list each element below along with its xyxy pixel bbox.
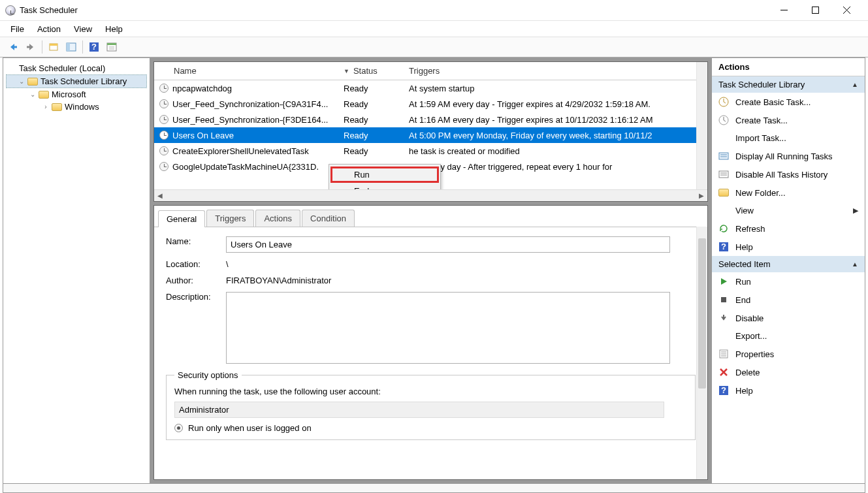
tree-microsoft[interactable]: ⌄ Microsoft	[6, 88, 147, 101]
context-end[interactable]: End	[330, 183, 439, 189]
task-row[interactable]: npcapwatchdog Ready At system startup	[154, 80, 707, 96]
action-new-folder[interactable]: New Folder...	[712, 183, 865, 202]
scroll-right-icon[interactable]: ▶	[696, 192, 707, 199]
action-disable-history[interactable]: Disable All Tasks History	[712, 165, 865, 183]
actions-selected-title[interactable]: Selected Item ▲	[712, 256, 865, 272]
action-run[interactable]: Run	[712, 272, 865, 291]
minimize-button[interactable]	[774, 4, 794, 17]
tab-triggers[interactable]: Triggers	[206, 210, 254, 227]
action-display-running[interactable]: Display All Running Tasks	[712, 147, 865, 165]
menu-file[interactable]: File	[4, 22, 31, 36]
run-icon	[718, 276, 729, 287]
task-row[interactable]: User_Feed_Synchronization-{F3DE164... Re…	[154, 112, 707, 127]
column-triggers[interactable]: Triggers	[402, 62, 707, 80]
properties-icon[interactable]	[46, 39, 61, 55]
action-label: Run	[735, 277, 751, 287]
details-vscroll[interactable]	[696, 227, 707, 479]
column-name-label: Name	[174, 66, 197, 76]
tree-windows[interactable]: › Windows	[6, 101, 147, 113]
menu-help[interactable]: Help	[99, 22, 129, 36]
collapse-icon: ▲	[852, 81, 858, 88]
name-field[interactable]	[226, 236, 670, 253]
task-list-hscroll[interactable]: ◀ ▶	[154, 189, 707, 201]
task-status: Ready	[337, 129, 402, 142]
help-icon[interactable]: ?	[86, 39, 102, 55]
column-status[interactable]: ▼Status	[337, 62, 402, 80]
tree-microsoft-label: Microsoft	[52, 89, 86, 99]
description-field[interactable]	[226, 292, 670, 364]
maximize-button[interactable]	[805, 4, 825, 17]
expander-icon[interactable]: ⌄	[18, 78, 25, 85]
forward-button[interactable]	[23, 39, 39, 55]
task-row[interactable]: User_Feed_Synchronization-{C9A31F4... Re…	[154, 96, 707, 112]
tree-library-label: Task Scheduler Library	[40, 76, 127, 86]
action-label: Display All Running Tasks	[735, 151, 833, 161]
action-create-basic-task[interactable]: Create Basic Task...	[712, 93, 865, 111]
new-folder-icon	[718, 187, 729, 198]
action-end[interactable]: End	[712, 291, 865, 309]
menu-view[interactable]: View	[67, 22, 99, 36]
close-button[interactable]	[837, 4, 856, 17]
scroll-left-icon[interactable]: ◀	[154, 192, 166, 199]
action-properties[interactable]: Properties	[712, 345, 865, 363]
radio-loggedon[interactable]: Run only when user is logged on	[174, 423, 687, 433]
column-status-label: Status	[353, 66, 378, 76]
context-run[interactable]: Run	[330, 167, 439, 183]
action-label: Disable	[735, 313, 764, 323]
svg-text:?: ?	[721, 242, 726, 251]
task-row-selected[interactable]: Users On Leave Ready At 5:00 PM every Mo…	[154, 127, 707, 143]
action-create-task[interactable]: Create Task...	[712, 111, 865, 129]
task-name: Users On Leave	[172, 131, 234, 140]
action-delete[interactable]: Delete	[712, 363, 865, 381]
folder-icon	[39, 91, 49, 99]
expander-icon[interactable]: ›	[42, 103, 49, 110]
expander-icon[interactable]: ⌄	[29, 91, 36, 98]
tree-root[interactable]: Task Scheduler (Local)	[6, 62, 147, 74]
actions-library-title[interactable]: Task Scheduler Library ▲	[712, 76, 865, 93]
tree-root-label: Task Scheduler (Local)	[19, 63, 105, 73]
action-label: Import Task...	[735, 133, 786, 143]
svg-rect-18	[719, 153, 728, 159]
folder-icon	[52, 103, 62, 111]
tab-general[interactable]: General	[158, 210, 205, 227]
calendar-icon[interactable]	[104, 39, 120, 55]
task-icon	[718, 115, 729, 125]
task-triggers: PM every day - After triggered, repeat e…	[402, 160, 707, 174]
task-row[interactable]: CreateExplorerShellUnelevatedTask Ready …	[154, 143, 707, 159]
tab-actions[interactable]: Actions	[255, 210, 300, 227]
security-legend: Security options	[174, 370, 242, 380]
view-icon[interactable]	[63, 39, 79, 55]
description-label: Description:	[166, 292, 226, 364]
action-export[interactable]: Export...	[712, 327, 865, 345]
task-list-vscroll[interactable]	[696, 62, 707, 189]
actions-selected-label: Selected Item	[718, 259, 771, 269]
submenu-arrow-icon: ▶	[853, 206, 858, 215]
action-label: Export...	[735, 331, 767, 341]
properties-icon	[718, 349, 729, 359]
help-icon: ?	[718, 385, 729, 396]
action-import-task[interactable]: Import Task...	[712, 129, 865, 147]
action-refresh[interactable]: Refresh	[712, 219, 865, 238]
action-label: New Folder...	[735, 188, 786, 198]
back-button[interactable]	[5, 39, 21, 55]
refresh-icon	[718, 223, 729, 234]
column-triggers-label: Triggers	[409, 66, 440, 76]
author-label: Author:	[166, 276, 226, 285]
radio-loggedon-label: Run only when user is logged on	[188, 423, 312, 433]
action-label: Help	[735, 242, 753, 252]
task-status: Ready	[337, 82, 402, 95]
action-help-2[interactable]: ? Help	[712, 381, 865, 400]
action-disable[interactable]: Disable	[712, 309, 865, 327]
action-label: Delete	[735, 368, 760, 377]
task-icon	[159, 131, 169, 140]
column-name[interactable]: Name	[154, 62, 337, 80]
menu-action[interactable]: Action	[31, 22, 67, 36]
task-triggers: At 1:16 AM every day - Trigger expires a…	[402, 113, 707, 127]
tab-conditions[interactable]: Condition	[302, 210, 355, 227]
tree-library[interactable]: ⌄ Task Scheduler Library	[6, 74, 147, 88]
action-view[interactable]: View ▶	[712, 202, 865, 219]
scheduler-icon	[7, 64, 16, 73]
task-status: Ready	[337, 113, 402, 127]
action-help[interactable]: ? Help	[712, 238, 865, 256]
svg-rect-26	[721, 297, 726, 302]
